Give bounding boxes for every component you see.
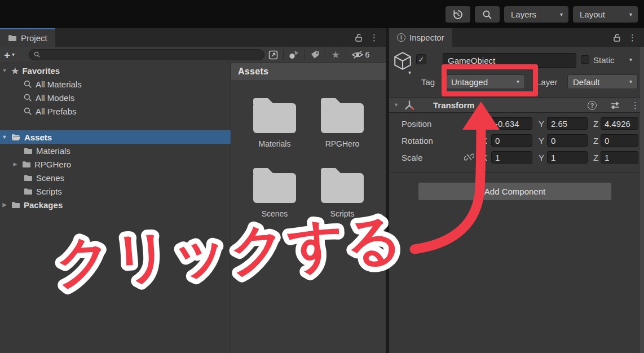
asset-folder-materials[interactable]: Materials xyxy=(243,96,306,148)
static-checkbox[interactable] xyxy=(581,55,589,64)
static-label: Static xyxy=(593,55,615,65)
project-search-field[interactable] xyxy=(29,49,264,60)
scale-z-field[interactable]: 1 xyxy=(601,151,638,164)
position-z-field[interactable]: 4.4926 xyxy=(601,117,638,130)
folder-icon xyxy=(11,201,20,209)
axis-z-label: Z xyxy=(593,136,598,145)
tree-item-label: RPGHero xyxy=(34,160,71,169)
chevron-down-icon: ▾ xyxy=(560,12,563,17)
search-input[interactable] xyxy=(43,51,260,59)
tab-project-label: Project xyxy=(21,33,47,43)
tree-item-all-materials[interactable]: All Materials xyxy=(0,77,231,91)
active-checkbox[interactable]: ✓ xyxy=(416,54,426,64)
tag-icon xyxy=(310,50,320,59)
expander-icon[interactable]: ▼ xyxy=(1,68,8,73)
gameobject-cube-icon xyxy=(392,51,413,71)
asset-folder-label: RPGHero xyxy=(325,139,360,148)
tree-item-scenes[interactable]: Scenes xyxy=(0,171,231,184)
collab-history-button[interactable] xyxy=(445,6,470,23)
tree-item-label: Assets xyxy=(24,133,52,142)
search-icon xyxy=(24,94,32,102)
scale-y-field[interactable]: 1 xyxy=(547,151,588,164)
presets-icon[interactable] xyxy=(611,102,620,109)
chevron-down-icon: ▾ xyxy=(629,79,632,85)
project-tabbar: Project ⋮ xyxy=(0,28,386,47)
position-y-field[interactable]: 2.65 xyxy=(547,117,588,130)
expander-icon[interactable]: ▶ xyxy=(12,161,19,167)
hidden-count: 6 xyxy=(365,50,370,59)
inspector-scrollbar[interactable] xyxy=(640,47,644,353)
static-caret-icon[interactable]: ▾ xyxy=(629,57,632,63)
expander-icon[interactable]: ▼ xyxy=(1,134,8,140)
tree-item-rpghero[interactable]: ▶ RPGHero xyxy=(0,157,231,171)
editor-search-button[interactable] xyxy=(475,6,500,23)
folder-icon xyxy=(24,188,33,195)
tree-item-all-prefabs[interactable]: All Prefabs xyxy=(0,104,231,118)
open-folder-icon xyxy=(11,134,21,141)
filter-by-label-button[interactable] xyxy=(306,48,323,61)
annotation-highlight-box xyxy=(442,64,538,96)
shapes-filter-icon xyxy=(289,50,299,59)
toolbar-divider xyxy=(304,49,305,60)
tab-inspector[interactable]: i Inspector xyxy=(389,28,452,47)
layer-label: Layer xyxy=(536,77,558,87)
annotation-text: クリックする xyxy=(54,208,407,294)
project-toolbar: + ▾ xyxy=(0,47,386,63)
plus-icon: + xyxy=(4,50,10,60)
folder-icon xyxy=(253,103,296,133)
open-search-window-button[interactable] xyxy=(264,48,281,61)
tag-label: Tag xyxy=(421,77,435,87)
asset-folder-rpghero[interactable]: RPGHero xyxy=(311,96,374,148)
layer-dropdown[interactable]: Default ▾ xyxy=(567,74,638,89)
folder-icon xyxy=(253,173,296,203)
toolbar-divider xyxy=(325,49,325,60)
tree-item-scripts[interactable]: Scripts xyxy=(0,184,231,198)
search-icon xyxy=(24,80,32,89)
component-menu-icon[interactable]: ⋮ xyxy=(631,101,639,109)
tree-item-label: All Materials xyxy=(36,80,82,89)
info-icon: i xyxy=(397,33,405,42)
layout-dropdown[interactable]: Layout ▾ xyxy=(573,6,638,23)
tree-item-label: All Models xyxy=(36,93,74,103)
favorites-filter-button[interactable]: ★ xyxy=(327,48,344,61)
tab-project[interactable]: Project xyxy=(0,28,55,47)
create-asset-button[interactable]: + ▾ xyxy=(4,50,29,60)
axis-y-label: Y xyxy=(539,153,544,162)
tree-item-favorites[interactable]: ▼ ★ Favorites xyxy=(0,64,231,77)
tree-item-label: Scenes xyxy=(36,173,64,183)
tree-item-all-models[interactable]: All Models xyxy=(0,91,231,104)
panel-menu-icon[interactable]: ⋮ xyxy=(628,33,637,42)
rotation-y-field[interactable]: 0 xyxy=(547,134,588,147)
unlock-icon[interactable] xyxy=(355,33,363,42)
expander-icon[interactable]: ▶ xyxy=(1,202,8,208)
panel-menu-icon[interactable]: ⋮ xyxy=(370,33,378,42)
folder-icon xyxy=(24,174,33,182)
tree-item-assets[interactable]: ▼ Assets xyxy=(0,130,231,144)
layout-dropdown-label: Layout xyxy=(580,10,605,19)
gameobject-name-input[interactable] xyxy=(448,56,576,65)
assets-breadcrumb[interactable]: Assets xyxy=(231,63,386,80)
tree-item-label: Materials xyxy=(36,146,70,156)
help-icon[interactable]: ? xyxy=(588,101,597,110)
layers-dropdown[interactable]: Layers ▾ xyxy=(504,6,568,23)
tree-item-label: Scripts xyxy=(36,187,62,196)
toolbar-divider xyxy=(346,49,346,60)
folder-icon xyxy=(24,147,33,155)
layers-dropdown-label: Layers xyxy=(511,10,536,19)
folder-icon xyxy=(8,34,17,42)
folder-icon xyxy=(321,173,364,203)
search-icon xyxy=(482,10,492,20)
history-icon xyxy=(452,9,464,20)
folder-icon xyxy=(22,161,31,168)
axis-z-label: Z xyxy=(593,119,598,129)
rotation-z-field[interactable]: 0 xyxy=(601,134,638,147)
icon-picker-caret[interactable]: ▾ xyxy=(408,70,411,76)
toolbar-divider xyxy=(283,49,284,60)
filter-by-type-button[interactable] xyxy=(285,48,302,61)
unlock-icon[interactable] xyxy=(613,33,621,42)
asset-folder-label: Materials xyxy=(259,139,291,148)
tree-item-materials[interactable]: Materials xyxy=(0,144,231,157)
hidden-items-toggle[interactable]: 6 xyxy=(348,48,373,61)
open-new-window-icon xyxy=(268,50,278,60)
check-icon: ✓ xyxy=(418,55,425,64)
